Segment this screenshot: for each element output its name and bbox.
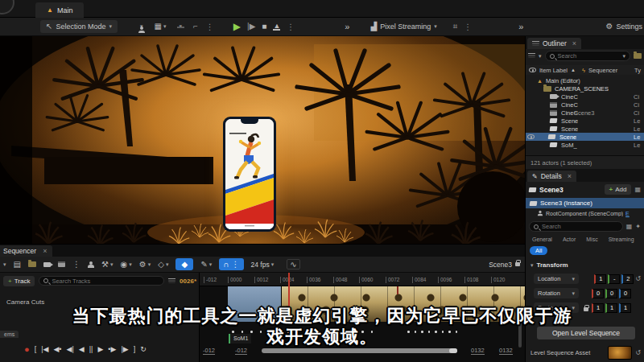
details-search-input[interactable] (542, 223, 618, 230)
chevron-down-icon: ▾ (109, 23, 112, 30)
rotation-dropdown[interactable]: Rotation ▾ (534, 288, 579, 298)
outliner-search[interactable]: ▾ (545, 51, 630, 61)
visibility-column-icon[interactable] (529, 68, 536, 72)
edit-mode-menu[interactable]: ✎▾ (200, 260, 212, 269)
outliner-row-som[interactable]: SoM_ Le (526, 141, 644, 149)
column-type[interactable]: Ty (634, 67, 641, 74)
render-movie-icon[interactable] (58, 261, 65, 267)
outliner-row-scene-2[interactable]: Scene Le (526, 125, 644, 133)
location-x-field[interactable]: 1 (594, 274, 606, 284)
add-actor-track-icon[interactable] (88, 261, 94, 268)
filter-icon[interactable] (528, 53, 535, 59)
toolbar-expand-icon[interactable]: » (345, 22, 349, 31)
chevron-down-icon[interactable]: ▾ (163, 23, 167, 30)
transform-title: Transform (537, 261, 568, 269)
play-options-icon[interactable]: ⋮ (287, 23, 295, 31)
blueprints-icon[interactable]: ▦ (154, 23, 161, 31)
fps-dropdown[interactable]: 24 fps ▾ (251, 261, 275, 269)
visibility-eye-icon[interactable] (527, 134, 535, 139)
track-search[interactable] (39, 276, 164, 286)
tab-outliner-label: Outliner (543, 39, 567, 47)
chevron-down-icon[interactable]: ▾ (3, 261, 6, 268)
blueprint-icon[interactable]: ▦ (634, 186, 641, 193)
eject-button[interactable]: ▲ (273, 23, 280, 31)
pixel-streaming-button[interactable]: ▟ Pixel Streaming ▾ (370, 23, 436, 31)
overflow-icon[interactable]: ⋮ (72, 260, 80, 269)
sequence-breadcrumb[interactable]: Scene3 (489, 261, 520, 269)
step-forward-button[interactable]: |▶ (247, 23, 255, 31)
outliner-row-scene-3-selected[interactable]: Scene Le (526, 133, 644, 141)
modes-icon[interactable]: ⌐ (193, 23, 198, 31)
outliner-row-cinecam-2[interactable]: CineC Ci (526, 101, 644, 109)
outliner-row-folder[interactable]: CAMERA_SCENES (526, 84, 644, 93)
details-search[interactable] (529, 221, 623, 232)
platforms-icon[interactable]: ⌗ (453, 23, 458, 31)
chevron-down-icon[interactable]: ▾ (622, 53, 625, 60)
outliner-row-scene-1[interactable]: Scene Le (526, 117, 644, 125)
save-icon[interactable]: ▤ (14, 260, 21, 269)
edit-link[interactable]: E (625, 211, 630, 216)
close-icon[interactable]: × (568, 172, 572, 180)
platforms-options-icon[interactable]: ⋮ (464, 23, 472, 31)
transform-section-header[interactable]: ▾ Transform (530, 261, 568, 269)
tab-outliner[interactable]: Outliner × (527, 38, 581, 49)
outliner-row-cinecam-3[interactable]: CineC Scene3 Ci (526, 109, 644, 117)
play-button[interactable]: ▶ (233, 23, 241, 31)
browse-icon[interactable] (28, 261, 36, 267)
actions-menu[interactable]: ⚒▾ (101, 260, 113, 269)
location-y-field[interactable]: - (608, 274, 620, 284)
stop-button[interactable]: ■ (262, 23, 266, 31)
column-sequencer[interactable]: Sequencer (588, 67, 617, 74)
outliner-tab-row: Outliner × (526, 36, 644, 49)
create-camera-icon[interactable] (43, 262, 51, 267)
toolbar-overflow-icon[interactable]: ⋮ (206, 23, 214, 31)
chip-misc[interactable]: Misc (586, 237, 597, 242)
row-type: Le (634, 142, 640, 149)
rotation-x-field[interactable]: 0 (592, 289, 604, 298)
chip-general[interactable]: General (532, 237, 552, 242)
component-row[interactable]: RootComponent (SceneComp) E (537, 210, 642, 216)
reset-icon[interactable]: ↺ (635, 349, 641, 356)
instance-row[interactable]: Scene3 (Instance) (526, 198, 644, 208)
add-component-button[interactable]: + Add (605, 184, 632, 195)
lock-icon[interactable] (515, 262, 520, 266)
column-item-label[interactable]: Item Label (539, 67, 568, 74)
marker-red[interactable] (397, 286, 398, 294)
auto-key-button[interactable]: ◆ (175, 258, 193, 270)
view-options-menu[interactable]: ◉▾ (120, 260, 131, 269)
outliner-search-input[interactable] (558, 52, 620, 60)
location-z-field[interactable]: 2 (621, 274, 634, 284)
track-search-input[interactable] (52, 278, 159, 285)
close-icon[interactable]: × (43, 247, 47, 255)
pen-icon: ✎ (200, 260, 207, 269)
chip-all[interactable]: All (530, 246, 547, 255)
rotation-z-field[interactable]: 0 (619, 289, 631, 298)
outliner-row-main[interactable]: ▲ Main (Editor) (526, 76, 644, 84)
tab-details[interactable]: ✎ Details × (527, 171, 576, 182)
location-dropdown[interactable]: Location ▾ (534, 274, 579, 284)
chevron-down-icon[interactable]: ▾ (539, 53, 542, 60)
favorites-icon[interactable]: ✦ (635, 223, 641, 230)
toolbar-expand-icon-2[interactable]: » (518, 22, 523, 31)
settings-button[interactable]: ⚙ Settings (606, 23, 643, 31)
display-options-icon[interactable]: ▦ (626, 223, 633, 230)
tab-main[interactable]: ▲ Main (35, 2, 84, 18)
reset-icon[interactable]: ↺ (635, 275, 641, 282)
rotation-y-field[interactable]: 0 (605, 289, 617, 298)
tab-sequencer[interactable]: Sequencer × (0, 245, 52, 257)
outliner-row-cinecam-1[interactable]: CineC Ci (526, 93, 644, 101)
playback-options-menu[interactable]: ⚙▾ (139, 260, 151, 269)
folder-add-icon[interactable] (634, 53, 642, 59)
curve-editor-icon[interactable]: ∿ (287, 259, 299, 269)
chip-actor[interactable]: Actor (563, 237, 576, 242)
close-icon[interactable]: × (572, 39, 576, 47)
add-track-button[interactable]: + Track (3, 276, 35, 286)
selection-mode-button[interactable]: ↖ Selection Mode ▾ (40, 20, 118, 33)
viewport[interactable] (0, 36, 525, 244)
chip-streaming[interactable]: Streaming (609, 237, 634, 242)
snap-button[interactable]: ∩ ⋮ (219, 258, 243, 270)
track-filter-icon[interactable] (168, 278, 175, 284)
current-frame-badge[interactable]: 0026* (180, 278, 196, 285)
keyframe-options-menu[interactable]: ◇▾ (158, 260, 168, 269)
timeline-ruler[interactable]: -012 0000 0012 0024 0036 0048 0060 0072 … (200, 273, 525, 286)
